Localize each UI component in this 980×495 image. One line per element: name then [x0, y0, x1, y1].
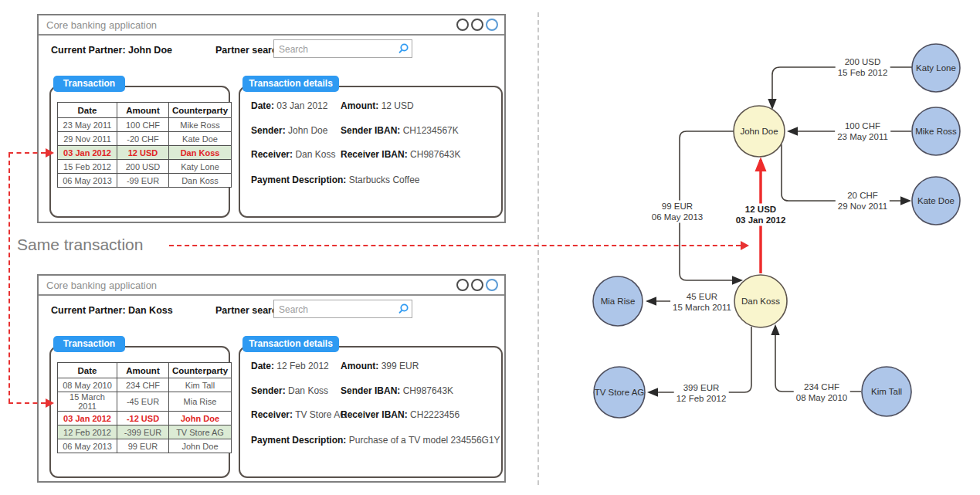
table-row-selected[interactable]: 12 Feb 2012-399 EURTV Store AG [58, 425, 232, 439]
table-row[interactable]: 15 Feb 2012200 USDKaty Lone [58, 160, 232, 174]
same-transaction-connector-vertical [8, 153, 10, 403]
detail-payment-description: Payment Description: Starbucks Coffee [251, 175, 420, 185]
same-transaction-connector-top [8, 152, 46, 154]
arrow-to-graph-edge [741, 241, 749, 250]
detail-sender: Sender: Dan Koss [251, 385, 328, 396]
column-header-amount: Amount [117, 103, 169, 118]
table-row[interactable]: 06 May 201399 EURJohn Doe [58, 439, 232, 453]
detail-receiver: Receiver: TV Store AG [251, 409, 348, 420]
tab-transaction-details[interactable]: Transaction details [242, 336, 339, 352]
detail-payment-description: Payment Description: Purchase of a TV mo… [251, 435, 500, 446]
figure-canvas: John Doe Dan Koss Katy Lone Mike Ross Ka… [0, 0, 980, 495]
edge-label-12-usd-highlighted: 12 USD03 Jan 2012 [734, 204, 788, 226]
table-row[interactable]: 23 May 2011100 CHFMike Ross [58, 118, 232, 132]
transaction-table: Date Amount Counterparty 08 May 2010234 … [57, 362, 232, 453]
table-row[interactable]: 15 March 2011-45 EURMia Rise [58, 392, 232, 412]
same-transaction-label: Same transaction [17, 236, 143, 254]
edge-label-20-chf: 20 CHF29 Nov 2011 [836, 190, 890, 212]
same-transaction-connector-to-graph [169, 245, 741, 246]
section-divider [537, 12, 539, 485]
column-header-amount: Amount [117, 363, 169, 378]
edge-label-399-eur: 399 EUR12 Feb 2012 [674, 382, 729, 405]
tab-transaction[interactable]: Transaction [53, 76, 125, 92]
node-john-doe-label: John Doe [740, 127, 778, 136]
edge-label-100-chf: 100 CHF23 May 2011 [835, 120, 890, 143]
detail-sender-iban: Sender IBAN: CH1234567K [341, 125, 459, 136]
column-header-counterparty: Counterparty [169, 103, 232, 118]
detail-date: Date: 03 Jan 2012 [251, 100, 327, 111]
edge-label-99-eur: 99 EUR06 May 2013 [649, 201, 706, 223]
same-transaction-connector-bottom [8, 402, 46, 404]
table-header-row: Date Amount Counterparty [58, 103, 232, 118]
arrow-to-john-doe-row [46, 148, 54, 158]
table-row-highlighted-same-transaction[interactable]: 03 Jan 2012-12 USDJohn Doe [58, 412, 232, 425]
node-katy-lone-label: Katy Lone [916, 63, 956, 73]
detail-receiver: Receiver: Dan Koss [251, 149, 335, 160]
table-row-highlighted-same-transaction[interactable]: 03 Jan 201212 USDDan Koss [58, 146, 232, 160]
tab-transaction[interactable]: Transaction [53, 336, 125, 352]
node-kate-doe-label: Kate Doe [917, 196, 955, 205]
node-mia-rise-label: Mia Rise [601, 297, 636, 306]
arrow-to-dan-koss-row [46, 398, 54, 408]
column-header-counterparty: Counterparty [169, 363, 232, 378]
transaction-table: Date Amount Counterparty 23 May 2011100 … [57, 102, 232, 188]
column-header-date: Date [58, 103, 117, 118]
node-tv-store-ag-label: TV Store AG [595, 388, 645, 397]
detail-date: Date: 12 Feb 2012 [251, 361, 329, 371]
node-mike-ross-label: Mike Ross [915, 127, 957, 136]
node-kim-tall-label: Kim Tall [871, 387, 902, 396]
detail-receiver-iban: Receiver IBAN: CH2223456 [341, 409, 459, 420]
detail-sender: Sender: John Doe [251, 125, 327, 136]
detail-receiver-iban: Receiver IBAN: CH987643K [341, 149, 460, 160]
tab-transaction-details[interactable]: Transaction details [242, 76, 339, 92]
edge-label-45-eur: 45 EUR15 March 2011 [670, 291, 734, 314]
detail-amount: Amount: 12 USD [341, 100, 414, 111]
detail-amount: Amount: 399 EUR [341, 361, 419, 371]
column-header-date: Date [58, 363, 117, 378]
node-dan-koss-label: Dan Koss [741, 297, 780, 306]
edge-label-234-chf: 234 CHF08 May 2010 [794, 381, 850, 404]
detail-sender-iban: Sender IBAN: CH987643K [341, 385, 453, 396]
table-row[interactable]: 06 May 2013-99 EURDan Koss [58, 174, 232, 188]
table-header-row: Date Amount Counterparty [58, 363, 232, 378]
edge-label-200-usd: 200 USD15 Feb 2012 [836, 56, 890, 79]
table-row[interactable]: 08 May 2010234 CHFKim Tall [58, 378, 232, 392]
table-row[interactable]: 29 Nov 2011-20 CHFKate Doe [58, 132, 232, 146]
